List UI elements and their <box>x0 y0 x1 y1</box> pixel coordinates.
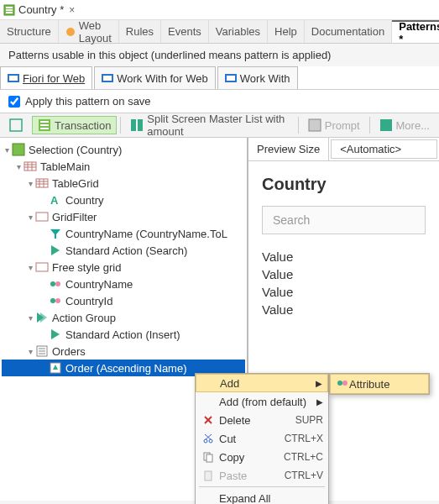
action-group-icon <box>35 311 49 324</box>
tab-rules[interactable]: Rules <box>119 20 161 43</box>
toolbar-btn-1[interactable] <box>3 116 29 134</box>
tab-web-layout[interactable]: Web Layout <box>59 20 119 43</box>
tree-node[interactable]: CountryName (CountryName.ToL <box>2 225 245 242</box>
toolbar-label: Transaction <box>55 119 111 132</box>
subtab-label: Fiori for Web <box>23 72 85 85</box>
tree-node[interactable]: CountryId <box>2 292 245 309</box>
expand-icon[interactable]: ▾ <box>2 145 12 155</box>
menu-copy[interactable]: Copy CTRL+C <box>196 448 328 466</box>
menu-shortcut: CTRL+V <box>278 470 323 481</box>
menu-label: Attribute <box>349 378 389 391</box>
tree-node[interactable]: ▾Free style grid <box>2 259 245 276</box>
preview-size-label: Preview Size <box>248 138 329 160</box>
tab-variables[interactable]: Variables <box>209 20 268 43</box>
preview-body: Country Search Value Value Value Value <box>248 161 439 332</box>
tree-node[interactable]: ▾TableMain <box>2 158 245 175</box>
expand-icon[interactable]: ▾ <box>25 179 35 188</box>
tree-node[interactable]: CountryName <box>2 276 245 292</box>
tab-events[interactable]: Events <box>161 20 209 43</box>
menu-cut[interactable]: Cut CTRL+X <box>196 429 328 448</box>
apply-checkbox[interactable] <box>8 96 20 108</box>
menu-expand-all[interactable]: Expand All <box>196 489 328 504</box>
menu-label: Copy <box>216 451 277 464</box>
toolbar-transaction[interactable]: Transaction <box>32 116 117 134</box>
menu-delete[interactable]: Delete SUPR <box>196 411 328 429</box>
tab-documentation[interactable]: Documentation <box>305 20 392 43</box>
tree-label: Selection (Country) <box>29 144 122 156</box>
svg-point-37 <box>55 281 60 286</box>
close-tab-icon[interactable]: × <box>69 4 75 16</box>
tab-patterns[interactable]: Patterns * <box>392 20 439 43</box>
svg-rect-19 <box>380 119 392 131</box>
tree-node[interactable]: ▾Action Group <box>2 309 245 326</box>
tab-help[interactable]: Help <box>268 20 305 43</box>
tree-label: CountryName <box>65 278 133 291</box>
table-icon <box>24 160 37 173</box>
subtab-wwweb[interactable]: Work With for Web <box>94 66 216 89</box>
menu-add[interactable]: Add ▶ <box>196 374 328 392</box>
action-icon <box>49 328 62 341</box>
svg-rect-6 <box>9 76 18 81</box>
svg-rect-21 <box>24 162 36 171</box>
tree-node[interactable]: ▾GridFilter <box>2 208 245 225</box>
toolbar-prompt[interactable]: Prompt <box>302 116 366 134</box>
action-icon <box>49 244 62 257</box>
tree-node[interactable]: ▾TableGrid <box>2 175 245 192</box>
paste-icon <box>201 469 216 482</box>
svg-point-39 <box>55 298 60 303</box>
svg-rect-18 <box>309 119 321 131</box>
main-tabs: Structure Web Layout Rules Events Variab… <box>0 20 439 44</box>
svg-rect-35 <box>36 263 48 271</box>
expand-icon[interactable]: ▾ <box>25 263 35 272</box>
svg-rect-57 <box>205 471 212 480</box>
list-item: Value <box>262 265 426 283</box>
toolbar-label: More... <box>396 119 430 132</box>
toolbar-split[interactable]: Split Screen Master List with amount <box>124 110 295 140</box>
field-icon <box>49 294 62 307</box>
list-item: Value <box>262 301 426 318</box>
submenu-arrow-icon: ▶ <box>316 397 323 407</box>
menu-shortcut: CTRL+C <box>277 451 323 463</box>
tree-label: GridFilter <box>52 211 97 223</box>
expand-icon[interactable]: ▾ <box>25 313 35 323</box>
pattern-icon <box>8 72 19 84</box>
prompt-icon <box>308 118 321 132</box>
tree-label: TableMain <box>40 160 90 173</box>
toolbar-more[interactable]: More... <box>374 116 436 134</box>
pattern-icon <box>225 72 237 84</box>
apply-row: Apply this pattern on save <box>0 90 439 113</box>
subtab-fiori[interactable]: Fiori for Web <box>0 66 92 89</box>
tree-root[interactable]: ▾ Selection (Country) <box>2 141 245 158</box>
svg-rect-13 <box>40 121 49 123</box>
blank-icon <box>201 376 217 390</box>
pattern-icon <box>102 72 113 84</box>
subtab-ww[interactable]: Work With <box>217 66 298 89</box>
svg-marker-34 <box>51 245 60 255</box>
tree-label: Free style grid <box>52 261 121 274</box>
svg-rect-8 <box>103 76 112 81</box>
tree-label: CountryId <box>65 295 112 307</box>
expand-icon[interactable]: ▾ <box>13 162 24 171</box>
tree-node[interactable]: Standard Action (Insert) <box>2 326 245 343</box>
menu-add-default[interactable]: Add (from default) ▶ <box>196 392 328 411</box>
tab-structure[interactable]: Structure <box>0 20 59 43</box>
tree-node[interactable]: ▾Orders <box>2 343 245 360</box>
document-title: Country * <box>18 3 64 16</box>
expand-icon[interactable]: ▾ <box>25 347 35 356</box>
titlebar: Country * × <box>0 0 439 20</box>
tree-label: Standard Action (Search) <box>65 244 187 257</box>
preview-size-select[interactable]: <Automatic> <box>331 139 437 159</box>
expand-icon[interactable]: ▾ <box>25 213 35 222</box>
submenu-attribute[interactable]: Attribute <box>330 374 429 394</box>
svg-point-59 <box>342 381 348 386</box>
tree-node[interactable]: Standard Action (Search) <box>2 242 245 259</box>
menu-label: Add <box>217 377 316 390</box>
list-item: Value <box>262 248 426 265</box>
separator <box>298 117 299 134</box>
svg-marker-41 <box>40 312 47 323</box>
tree-label: Standard Action (Insert) <box>65 328 180 341</box>
search-input[interactable]: Search <box>262 206 426 234</box>
menu-paste: Paste CTRL+V <box>196 466 328 485</box>
tree-node[interactable]: ACountry <box>2 192 245 208</box>
filter-field-icon <box>49 227 62 240</box>
